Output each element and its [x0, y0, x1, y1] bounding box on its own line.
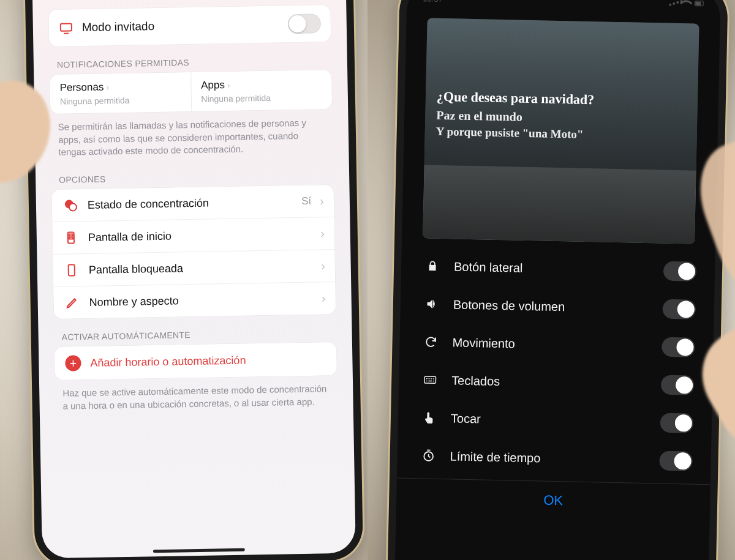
motion-label: Movimiento — [452, 335, 649, 354]
guest-mode-toggle[interactable] — [288, 13, 322, 34]
home-screen-icon — [62, 230, 80, 245]
volume-buttons-row[interactable]: Botones de volumen — [400, 285, 714, 329]
touch-row[interactable]: Tocar — [398, 398, 712, 443]
allowed-notifications-card: Personas › Ninguna permitida Apps › Ning… — [50, 70, 332, 114]
volume-icon — [423, 297, 441, 311]
guest-mode-row[interactable]: Modo invitado — [48, 5, 331, 47]
plus-circle-icon: + — [65, 355, 81, 371]
allowed-people-sub: Ninguna permitida — [60, 94, 181, 106]
focus-status-value: Sí — [301, 195, 311, 207]
home-screen-row[interactable]: Pantalla de inicio › — [52, 217, 334, 254]
side-button-row[interactable]: Botón lateral — [401, 247, 715, 291]
preview-line-1: ¿Que deseas para navidad? — [437, 89, 687, 110]
rotate-icon — [421, 335, 440, 349]
keyboards-label: Teclados — [451, 373, 649, 392]
touch-icon — [420, 411, 439, 425]
name-appearance-row[interactable]: Nombre y aspecto › — [53, 282, 336, 319]
add-automation-row[interactable]: + Añadir horario o automatización — [55, 342, 337, 380]
phone-left: Modo invitado NOTIFICACIONES PERMITIDAS … — [24, 0, 363, 560]
lock-screen-icon — [63, 263, 80, 277]
chevron-right-icon: › — [320, 194, 324, 208]
allowed-notifications-header: NOTIFICACIONES PERMITIDAS — [45, 42, 335, 75]
options-list: Botón lateral Botones de volumen Movimie… — [397, 247, 715, 481]
allowed-notifications-footer: Se permitirán las llamadas y las notific… — [47, 109, 336, 162]
chevron-right-icon: › — [320, 226, 325, 241]
volume-buttons-label: Botones de volumen — [453, 297, 650, 316]
motion-toggle[interactable] — [662, 337, 695, 357]
options-header: OPCIONES — [48, 157, 337, 190]
svg-rect-5 — [69, 237, 73, 239]
automation-header: ACTIVAR AUTOMÁTICAMENTE — [50, 314, 340, 347]
lock-screen-row[interactable]: Pantalla bloqueada › — [53, 249, 335, 286]
add-automation-label: Añadir horario o automatización — [90, 353, 326, 370]
svg-point-8 — [673, 2, 675, 4]
touch-label: Tocar — [451, 411, 648, 430]
name-appearance-label: Nombre y aspecto — [89, 292, 314, 308]
status-time: 10:57 — [423, 0, 443, 3]
keyboards-toggle[interactable] — [661, 375, 695, 395]
name-appearance-icon — [63, 295, 80, 310]
preview-line-2: Paz en el mundo — [436, 108, 686, 128]
svg-rect-6 — [69, 264, 75, 275]
chevron-right-icon: › — [322, 291, 326, 305]
focus-status-label: Estado de concentración — [88, 195, 293, 212]
allowed-apps-title: Apps — [201, 79, 225, 92]
focus-status-row[interactable]: Estado de concentración Sí › — [51, 185, 334, 222]
ok-button[interactable]: OK — [396, 478, 710, 518]
time-limit-row[interactable]: Límite de tiempo — [397, 436, 711, 481]
time-limit-label: Límite de tiempo — [450, 449, 647, 468]
side-button-label: Botón lateral — [454, 259, 651, 278]
chevron-right-icon: › — [227, 80, 230, 90]
svg-rect-12 — [695, 1, 701, 5]
focus-status-icon — [62, 198, 79, 212]
lock-icon — [423, 259, 442, 273]
focus-settings-screen: Modo invitado NOTIFICACIONES PERMITIDAS … — [31, 0, 356, 558]
svg-rect-13 — [424, 376, 436, 383]
guest-mode-label: Modo invitado — [82, 20, 155, 34]
allowed-people-title: Personas — [59, 81, 104, 94]
motion-row[interactable]: Movimiento — [399, 323, 714, 367]
phone-right: 10:57 ¿Que deseas para navidad? Paz en e… — [386, 0, 728, 560]
automation-footer: Haz que se active automáticamente este m… — [51, 375, 341, 416]
status-bar: 10:57 — [407, 0, 721, 18]
time-limit-toggle[interactable] — [659, 451, 693, 471]
svg-rect-0 — [61, 23, 72, 31]
home-indicator[interactable] — [153, 548, 245, 553]
svg-point-9 — [676, 1, 679, 3]
lock-screen-label: Pantalla bloqueada — [89, 259, 313, 276]
touch-toggle[interactable] — [660, 413, 694, 433]
content-preview: ¿Que deseas para navidad? Paz en el mund… — [423, 18, 699, 244]
options-card: Estado de concentración Sí › Pantalla de… — [51, 185, 336, 319]
guest-mode-icon — [59, 20, 74, 35]
preview-line-3: Y porque pusiste "una Moto" — [436, 125, 686, 144]
volume-buttons-toggle[interactable] — [662, 299, 696, 319]
svg-point-2 — [69, 203, 77, 211]
chevron-right-icon: › — [321, 259, 325, 273]
allowed-apps-sub: Ninguna permitida — [201, 92, 322, 103]
allowed-people-cell[interactable]: Personas › Ninguna permitida — [50, 72, 191, 114]
keyboards-row[interactable]: Teclados — [399, 360, 713, 405]
keyboard-icon — [421, 373, 439, 387]
automation-card: + Añadir horario o automatización — [55, 342, 337, 380]
svg-rect-4 — [69, 234, 73, 236]
home-screen-label: Pantalla de inicio — [88, 227, 312, 244]
guided-access-options-screen: 10:57 ¿Que deseas para navidad? Paz en e… — [394, 0, 720, 560]
allowed-apps-cell[interactable]: Apps › Ninguna permitida — [190, 70, 333, 111]
side-button-toggle[interactable] — [663, 261, 697, 282]
svg-point-7 — [669, 3, 671, 6]
timer-icon — [419, 449, 437, 463]
status-icons — [668, 0, 704, 9]
chevron-right-icon: › — [106, 82, 109, 92]
